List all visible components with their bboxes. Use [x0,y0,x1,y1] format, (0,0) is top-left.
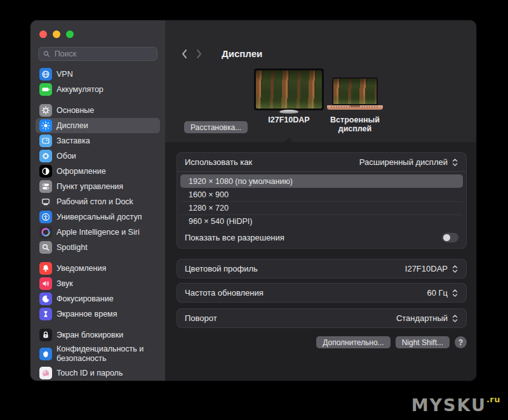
appearance-contrast-icon [39,165,52,178]
spotlight-magnifier-icon [39,241,52,254]
rotation-row: Поворот Стандартный [177,309,466,327]
show-all-resolutions-toggle[interactable] [442,233,458,242]
sidebar-item-label: Звук [57,279,73,289]
sidebar-item-sound[interactable]: Звук [36,276,160,291]
builtin-display-name: Встроенный дисплей [323,115,387,134]
sidebar-item-appearance[interactable]: Оформление [36,164,160,179]
sidebar-item-screen-time[interactable]: Экранное время [36,306,160,322]
refresh-rate-card: Частота обновления 60 Гц [177,283,467,303]
refresh-rate-label: Частота обновления [185,288,264,298]
zoom-window-button[interactable] [66,30,74,38]
display-thumbnails-section: I27F10DAP Встроенный дисплей Расстановка… [165,20,476,142]
sidebar-item-battery[interactable]: Аккумулятор [36,82,160,97]
lock-icon [39,329,52,341]
external-display-thumbnail[interactable] [254,69,324,110]
page-title: Дисплеи [222,48,262,59]
use-as-label: Использовать как [185,157,252,167]
sidebar-item-label: VPN [57,70,73,79]
sidebar-item-label: Заставка [57,136,90,146]
moon-icon [39,292,52,305]
resolution-option[interactable]: 1280 × 720 [180,201,463,214]
sidebar-item-privacy-security[interactable]: Конфиденциальность и безопасность [36,343,160,365]
system-settings-window: VPN Аккумулятор Основн [30,20,476,381]
resolution-list: 1920 × 1080 (по умолчанию) 1600 × 900 12… [177,172,466,228]
rotation-label: Поворот [185,313,217,323]
accessibility-icon [39,211,52,223]
panel-header: Дисплеи [181,48,262,59]
wallpaper-flower-icon [39,150,52,162]
sidebar-item-notifications[interactable]: Уведомления [36,261,160,276]
resolution-option[interactable]: 960 × 540 (HiDPI) [180,214,463,228]
resolution-option[interactable]: 1920 × 1080 (по умолчанию) [180,174,463,188]
sidebar-item-label: Экранное время [57,310,117,319]
selected-display-pointer [284,138,293,142]
watermark-domain: .ru [486,395,500,404]
builtin-display-wallpaper [333,79,377,104]
mysku-watermark: MYSKU.ru [411,395,500,414]
sidebar-item-label: Оформление [57,167,106,176]
gear-icon [39,104,52,117]
rotation-dropdown[interactable]: Стандартный [396,313,458,323]
siri-gradient-icon [39,226,52,239]
sidebar-item-screensaver[interactable]: Заставка [36,133,160,148]
forward-chevron-icon[interactable] [196,49,203,59]
sidebar-item-general[interactable]: Основные [36,103,160,118]
back-chevron-icon[interactable] [181,49,187,59]
footer-buttons: Дополнительно... Night Shift... ? [316,336,467,348]
sidebar: VPN Аккумулятор Основн [30,20,165,381]
resolution-card: Использовать как Расширенный дисплей 192… [177,152,467,249]
sidebar-item-label: Конфиденциальность и безопасность [57,345,156,364]
sidebar-item-label: Дисплеи [57,121,88,131]
sidebar-item-label: Пункт управления [57,182,123,192]
sidebar-item-label: Экран блокировки [57,331,123,340]
rotation-value: Стандартный [396,313,448,323]
speaker-icon [39,277,52,290]
sidebar-item-control-center[interactable]: Пункт управления [36,179,160,194]
color-profile-label: Цветовой профиль [185,264,258,273]
external-display-wallpaper [256,70,322,108]
minimize-window-button[interactable] [53,30,60,38]
color-profile-dropdown[interactable]: I27F10DAP [405,264,458,273]
stepper-icon [451,289,458,298]
screensaver-icon [39,135,52,147]
show-all-resolutions-row: Показать все разрешения [177,228,466,247]
sidebar-item-apple-intelligence-siri[interactable]: Apple Intelligence и Siri [36,225,160,240]
bell-icon [39,262,52,275]
sidebar-item-accessibility[interactable]: Универсальный доступ [36,209,160,225]
color-profile-row: Цветовой профиль I27F10DAP [177,259,466,278]
sidebar-item-lock-screen[interactable]: Экран блокировки [36,327,160,343]
refresh-rate-dropdown[interactable]: 60 Гц [427,288,458,298]
sidebar-item-touch-id[interactable]: Touch ID и пароль [36,365,160,381]
monitor-stand [279,110,298,114]
builtin-display-thumbnail[interactable] [332,77,378,105]
stepper-icon [451,158,458,167]
sidebar-item-desktop-dock[interactable]: Рабочий стол и Dock [36,194,160,209]
sidebar-item-displays[interactable]: Дисплеи [36,118,160,133]
color-profile-card: Цветовой профиль I27F10DAP [177,259,467,279]
refresh-rate-row: Частота обновления 60 Гц [177,284,466,302]
sidebar-item-label: Обои [57,152,76,161]
use-as-dropdown[interactable]: Расширенный дисплей [359,157,458,167]
arrange-button[interactable]: Расстановка... [184,121,248,133]
sidebar-item-vpn[interactable]: VPN [36,67,160,82]
sidebar-item-spotlight[interactable]: Spotlight [36,240,160,255]
night-shift-button[interactable]: Night Shift... [396,336,450,348]
sidebar-item-label: Фокусирование [57,294,114,304]
sidebar-item-label: Основные [57,106,94,115]
search-field[interactable] [38,47,157,61]
sidebar-item-focus[interactable]: Фокусирование [36,291,160,306]
sidebar-item-wallpaper[interactable]: Обои [36,148,160,164]
watermark-name: MYSKU [411,395,486,415]
privacy-hand-icon [39,348,52,360]
sidebar-item-label: Рабочий стол и Dock [57,197,133,207]
sidebar-item-label: Spotlight [57,243,88,253]
battery-icon [39,83,52,96]
sidebar-item-label: Аккумулятор [57,85,104,95]
magnifier-icon [43,50,50,58]
close-window-button[interactable] [39,30,47,38]
resolution-option[interactable]: 1600 × 900 [180,188,463,201]
search-input[interactable] [53,49,152,59]
help-button[interactable]: ? [455,336,467,348]
stepper-icon [451,314,458,323]
advanced-button[interactable]: Дополнительно... [316,336,390,348]
